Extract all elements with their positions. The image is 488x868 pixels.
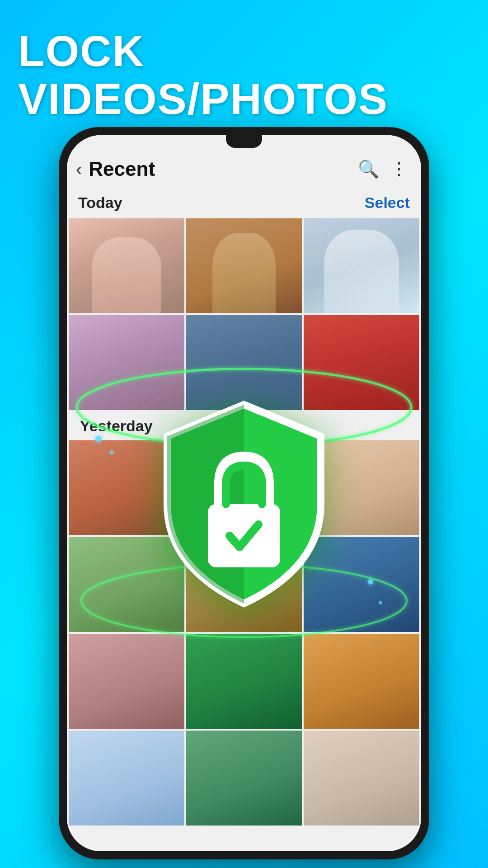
photo-cell[interactable] (186, 634, 302, 729)
photo-row-6 (69, 731, 419, 826)
screen-title: Recent (89, 158, 358, 180)
camera-notch (226, 135, 262, 148)
photo-cell[interactable] (186, 218, 302, 313)
today-section-header: Today Select (67, 189, 421, 218)
photo-cell[interactable] (69, 537, 184, 632)
photo-person (304, 218, 419, 313)
photo-cell[interactable] (304, 218, 419, 313)
toolbar-actions: 🔍 ⋮ (358, 159, 408, 179)
photo-cell[interactable] (186, 537, 302, 632)
photo-cell[interactable] (69, 315, 184, 410)
photo-cell[interactable] (186, 315, 302, 410)
photo-row-5 (69, 634, 419, 729)
back-button[interactable]: ‹ (76, 159, 82, 179)
photo-grid: Yesterday (67, 218, 421, 851)
phone-mockup: ‹ Recent 🔍 ⋮ Today Select (59, 127, 429, 859)
phone-frame: ‹ Recent 🔍 ⋮ Today Select (59, 127, 429, 859)
photo-cell[interactable] (304, 440, 419, 535)
select-button[interactable]: Select (365, 194, 410, 212)
phone-screen: ‹ Recent 🔍 ⋮ Today Select (67, 135, 421, 851)
photo-person (69, 218, 184, 313)
photo-row-2 (69, 315, 419, 410)
gallery-app: ‹ Recent 🔍 ⋮ Today Select (67, 135, 421, 851)
photo-cell[interactable] (304, 634, 419, 729)
photo-row-3 (69, 440, 419, 535)
photo-cell[interactable] (304, 315, 419, 410)
photo-cell[interactable] (69, 218, 184, 313)
yesterday-label: Yesterday (69, 412, 419, 439)
photo-cell[interactable] (69, 440, 184, 535)
photo-cell[interactable] (304, 731, 419, 826)
today-label: Today (78, 194, 122, 212)
main-title: LOCK VIDEOS/PHOTOS (18, 27, 470, 123)
photo-person (186, 218, 302, 313)
photo-cell[interactable] (69, 731, 184, 826)
photo-cell[interactable] (186, 731, 302, 826)
search-icon[interactable]: 🔍 (358, 159, 379, 179)
photo-cell[interactable] (69, 634, 184, 729)
app-header: LOCK VIDEOS/PHOTOS (0, 0, 488, 136)
photo-cell[interactable] (304, 537, 419, 632)
photo-row-4 (69, 537, 419, 632)
photo-row-1 (69, 218, 419, 313)
more-options-icon[interactable]: ⋮ (390, 159, 408, 179)
photo-cell[interactable] (186, 440, 302, 535)
